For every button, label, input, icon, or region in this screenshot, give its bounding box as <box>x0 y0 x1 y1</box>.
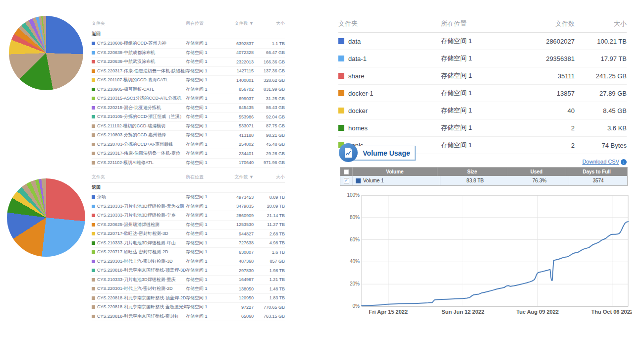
column-header-folder[interactable]: 文件夹 <box>92 20 186 27</box>
folder-row[interactable]: CYS.220717-欣旺达-密封钉检测-3D存储空间 19448272.68 … <box>92 229 285 239</box>
folder-row[interactable]: CYS.221102-模切AI维修ATL存储空间 1170640971.96 G… <box>92 159 285 168</box>
folder-location: 存储空间 1 <box>186 113 216 120</box>
folder-row[interactable]: CYS.201107-模切的CCD-青海CATL存储空间 11400801328… <box>92 76 285 85</box>
folder-row[interactable]: CYS.211102-模切的CCD-瑞浦模切存储空间 153307187.75 … <box>92 122 285 131</box>
folder-row[interactable]: CYS.210905-极耳翻折-CATL存储空间 1856702831.99 G… <box>92 85 285 95</box>
y-axis-tick-label: 100% <box>347 192 360 198</box>
column-header-folder[interactable]: 文件夹 <box>338 19 441 28</box>
folder-row[interactable]: CYS.220818-利元亨南京国轩整线-顶盖焊-3D存储空间 12978301… <box>92 266 285 276</box>
back-row[interactable]: 返回 <box>92 183 285 193</box>
column-header-size[interactable]: 大小 <box>254 20 285 27</box>
folder-size-pie-chart-bottom[interactable] <box>7 178 85 257</box>
folder-name-cell: CYS.221102-模切AI维修ATL <box>92 160 186 166</box>
folder-name: CYS.210105-分拣的CCD-浙江恒威（兰溪） <box>97 113 184 120</box>
folder-row[interactable]: CYS.220625-温州瑞浦焊缝检测存储空间 1125353011.27 TB <box>92 221 285 230</box>
folder-name-cell: homes <box>338 124 441 132</box>
column-header-filecount[interactable]: 文件数 ▼ <box>216 174 254 180</box>
column-header-filecount[interactable]: 文件数 <box>533 19 575 28</box>
folder-row[interactable]: CYS.220215-混合-比亚迪分拣机存储空间 164543586.43 GB <box>92 104 285 113</box>
folder-row[interactable]: CYS.210803-分拣的CCD-惠州赣锋存储空间 141318898.21 … <box>92 131 285 140</box>
shared-folder-row[interactable]: data存储空间 128602027100.21 TB <box>338 33 627 50</box>
folder-row[interactable]: CYS.220301-时代上汽-密封钉检测-3D存储空间 1487368857 … <box>92 257 285 267</box>
folder-color-swatch <box>92 287 95 290</box>
shared-folder-row[interactable]: share存储空间 135111241.25 GB <box>338 67 627 85</box>
shared-folder-row[interactable]: docker存储空间 1408.45 GB <box>338 102 627 119</box>
folder-name-cell: CYS.220818-利元亨南京国轩整线-盖板激光焊接-... <box>92 304 186 310</box>
folder-row[interactable]: CYS.220818-利元亨南京国轩整线-顶盖焊-2D存储空间 11209501… <box>92 294 285 303</box>
folder-file-count: 1427115 <box>216 68 254 73</box>
folder-row[interactable]: CYS.210105-分拣的CCD-浙江恒威（兰溪）存储空间 155398692… <box>92 113 285 122</box>
volume-checkbox-cell: ✓ <box>340 176 353 185</box>
folder-file-count: 944827 <box>216 231 254 236</box>
folder-size: 3.6 KB <box>575 124 627 132</box>
folder-row[interactable]: 杂项存储空间 149734538.89 TB <box>92 193 285 202</box>
column-header-location[interactable]: 所在位置 <box>441 19 533 28</box>
folder-location: 存储空间 1 <box>186 203 216 210</box>
column-header-filecount[interactable]: 文件数 ▼ <box>216 20 254 27</box>
volume-row[interactable]: ✓Volume 183.8 TB76.3%3574 <box>340 176 627 185</box>
download-icon[interactable]: ↓ <box>621 159 627 165</box>
shared-folder-row[interactable]: docker-1存储空间 11385727.89 GB <box>338 85 627 102</box>
folder-color-swatch <box>92 60 95 63</box>
column-header-location[interactable]: 所在位置 <box>186 174 216 180</box>
column-header-size[interactable]: 大小 <box>575 19 627 28</box>
folder-file-count: 29356381 <box>533 55 575 62</box>
volume-usage-line-chart: 0%20%40%60%80%100%Fri Apr 15 2022Sun Jun… <box>346 191 632 317</box>
folder-file-count: 164987 <box>216 277 254 282</box>
folder-name: share <box>348 72 365 80</box>
folder-row[interactable]: CYS.220818-利元亨南京国轩整线-密封钉存储空间 165060763.1… <box>92 312 285 322</box>
folder-size: 763.15 GB <box>254 314 285 319</box>
folder-color-swatch <box>92 69 95 73</box>
folder-location: 存储空间 1 <box>186 304 216 310</box>
folder-row[interactable]: CYS.210333-刀片电池3D焊缝检测-坪山存储空间 17276384.98… <box>92 239 285 248</box>
folder-row[interactable]: CYS.220703-分拣的CCD+AI-惠州赣锋存储空间 125480245.… <box>92 140 285 150</box>
folder-row[interactable]: CYS.210608-模组的CCD-苏州力神存储空间 163928371.1 T… <box>92 39 285 49</box>
column-header-used: Used <box>507 168 566 176</box>
column-header-location[interactable]: 所在位置 <box>186 20 216 27</box>
download-csv-link[interactable]: Download CSV <box>582 159 619 165</box>
folder-name: CYS.221102-模切AI维修ATL <box>97 160 154 166</box>
folder-row[interactable]: CYS.210333-刀片电池3D焊缝检测-宁乡存储空间 1286090921.… <box>92 211 285 221</box>
folder-location: 存储空间 1 <box>186 267 216 274</box>
folder-color-swatch <box>92 143 95 146</box>
folder-location: 存储空间 1 <box>186 123 216 129</box>
folder-row[interactable]: CYS.210315-ASC1分拣的CCD-ATL分拣机存储空间 1699037… <box>92 94 285 104</box>
folder-row[interactable]: CYS.220717-欣旺达-密封钉检测-2D存储空间 16308071.6 T… <box>92 248 285 257</box>
folder-row[interactable]: CYS.220818-利元亨南京国轩整线-盖板激光焊接-...存储空间 1972… <box>92 303 285 312</box>
column-header-folder[interactable]: 文件夹 <box>92 174 186 180</box>
folder-size: 17.97 TB <box>575 55 627 62</box>
folder-row[interactable]: CYS.220638-中航成都涂布机存储空间 1407232866.47 GB <box>92 49 285 58</box>
folder-file-count: 2860909 <box>216 213 254 218</box>
y-axis-tick-label: 40% <box>350 259 360 264</box>
folder-name-cell: share <box>338 72 441 80</box>
folder-location: 存储空间 1 <box>186 132 216 138</box>
folder-name-cell: CYS.220301-时代上汽-密封钉检测-2D <box>92 285 186 292</box>
folder-name: CYS.210315-ASC1分拣的CCD-ATL分拣机 <box>97 95 181 102</box>
folder-color-swatch <box>92 214 95 217</box>
folder-name: CYS.210608-模组的CCD-苏州力神 <box>97 40 166 47</box>
folder-name: docker-1 <box>348 90 374 97</box>
column-header-size: Size <box>437 168 507 176</box>
back-row[interactable]: 返回 <box>92 29 285 39</box>
volume-checkbox[interactable]: ✓ <box>344 178 349 183</box>
folder-row[interactable]: CYS.220301-时代上汽-密封钉检测-2D存储空间 11380501.48… <box>92 284 285 294</box>
folder-location: 存储空间 1 <box>441 141 533 150</box>
folder-location: 存储空间 1 <box>441 54 533 63</box>
folder-row[interactable]: CYS.220317-伟康-伯恩法切叠一体机-定位存储空间 123440129.… <box>92 149 285 159</box>
shared-folder-row[interactable]: data-1存储空间 12935638117.97 TB <box>338 50 627 67</box>
folder-location: 存储空间 1 <box>186 58 216 65</box>
x-axis-tick-label: Sun Jun 12 2022 <box>441 309 484 315</box>
select-all-checkbox[interactable] <box>344 170 349 174</box>
folder-size-pie-chart-top[interactable] <box>9 16 83 90</box>
folder-color-swatch <box>92 296 95 300</box>
folder-name-cell: CYS.220317-伟康-伯恩法切叠一体机-缺陷检测 <box>92 68 186 74</box>
folder-row[interactable]: CYS.220638-中航武汉涂布机存储空间 12322013166.36 GB <box>92 57 285 67</box>
folder-row[interactable]: CYS.210333-刀片电池3D焊缝检测-重庆存储空间 11649871.21… <box>92 276 285 285</box>
column-header-size[interactable]: 大小 <box>254 174 285 180</box>
folder-size: 8.89 TB <box>254 195 285 200</box>
folder-row[interactable]: CYS.220317-伟康-伯恩法切叠一体机-缺陷检测存储空间 11427115… <box>92 67 285 76</box>
shared-folder-row[interactable]: homes存储空间 123.6 KB <box>338 119 627 137</box>
folder-location: 存储空间 1 <box>186 277 216 283</box>
folder-file-count: 170640 <box>216 160 254 165</box>
folder-row[interactable]: CYS.210333-刀片电池3D焊缝检测-无为-2期存储空间 13479835… <box>92 202 285 212</box>
